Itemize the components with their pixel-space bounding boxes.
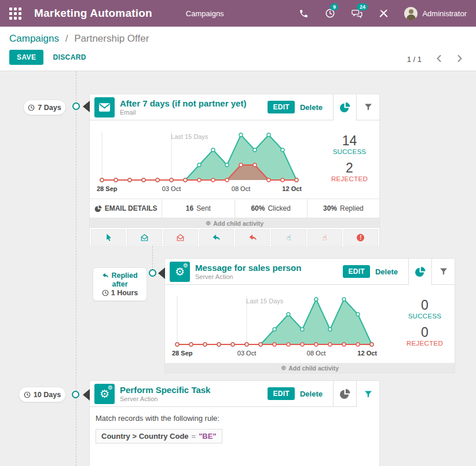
svg-text:03 Oct: 03 Oct [237, 350, 256, 357]
top-bar: Marketing Automation Campaigns 9 24 Admi… [0, 0, 476, 27]
card-pointer-arrow [83, 101, 90, 112]
replied-stat[interactable]: 30%Replied [307, 199, 379, 218]
pager-previous-button[interactable] [434, 53, 443, 65]
bounced-icon[interactable] [343, 229, 378, 245]
mouse-pointer-icon[interactable] [91, 229, 126, 245]
success-count: 14 [323, 133, 376, 148]
clock-icon [102, 289, 109, 296]
delete-button[interactable]: Delete [375, 267, 398, 276]
app-title: Marketing Automation [34, 7, 152, 20]
add-child-activity-button[interactable]: Add child activity [165, 363, 455, 373]
trigger-label: 10 Days [34, 391, 61, 399]
svg-text:Last 15 Days: Last 15 Days [246, 298, 284, 304]
trigger-badge-replied-after[interactable]: Replied after 1 Hours [93, 267, 147, 301]
menu-campaigns[interactable]: Campaigns [186, 9, 224, 18]
tab-graph[interactable] [333, 381, 356, 407]
activity-type: Server Action [195, 273, 343, 280]
activity-title[interactable]: After 7 days (if not partner yet) [120, 98, 268, 108]
tab-graph[interactable] [333, 94, 356, 120]
activity-card-specific-task: Perform Specific Task Server Action EDIT… [90, 381, 379, 466]
trigger-badge-10-days[interactable]: 10 Days [19, 387, 66, 402]
user-avatar [404, 7, 418, 20]
apps-menu-icon[interactable] [9, 8, 21, 20]
plus-circle-icon [281, 364, 286, 372]
pie-chart-icon [339, 102, 350, 113]
svg-text:12 Oct: 12 Oct [282, 185, 302, 192]
breadcrumb-campaigns[interactable]: Campaigns [9, 33, 59, 44]
success-label: SUCCESS [398, 313, 451, 320]
messages-icon[interactable]: 24 [351, 8, 363, 19]
edit-button[interactable]: EDIT [343, 265, 370, 278]
timeline-line [76, 71, 76, 466]
clicked-stat[interactable]: 60%Clicked [235, 199, 307, 218]
not-replied-icon[interactable] [235, 229, 270, 245]
user-name: Administrator [422, 9, 467, 18]
user-menu[interactable]: Administrator [404, 7, 467, 20]
trigger-badge-7-days[interactable]: 7 Days [23, 100, 66, 115]
rejected-count: 0 [398, 325, 451, 340]
email-details-header: EMAIL DETAILS [90, 199, 162, 218]
svg-text:12 Oct: 12 Oct [357, 350, 377, 357]
delete-button[interactable]: Delete [300, 390, 323, 398]
edit-button[interactable]: EDIT [268, 101, 295, 113]
activities-icon[interactable]: 9 [324, 8, 336, 19]
svg-text:28 Sep: 28 Sep [172, 350, 193, 357]
rule-value: "BE" [199, 432, 216, 441]
pie-chart-icon [415, 266, 426, 277]
tools-icon[interactable] [378, 8, 389, 19]
tab-filter[interactable] [431, 259, 455, 285]
discard-button[interactable]: DISCARD [53, 53, 86, 61]
activity-stats: 14 SUCCESS 2 REJECTED [323, 133, 379, 188]
svg-text:03 Oct: 03 Oct [162, 185, 181, 192]
phone-icon[interactable] [298, 8, 309, 19]
control-panel: Campaigns / Partnership Offer SAVE DISCA… [0, 27, 476, 71]
pager-next-button[interactable] [456, 53, 464, 65]
tab-graph[interactable] [408, 259, 431, 285]
activity-title[interactable]: Message for sales person [195, 263, 343, 273]
svg-text:Last 15 Days: Last 15 Days [171, 133, 208, 140]
rejected-count: 2 [323, 160, 376, 175]
replied-icon[interactable] [199, 229, 234, 245]
trigger-label: 7 Days [38, 104, 61, 112]
activity-type: Email [120, 109, 268, 116]
svg-text:08 Oct: 08 Oct [307, 350, 325, 357]
timeline-node [149, 269, 156, 277]
envelope-opened-icon[interactable] [127, 229, 162, 245]
svg-text:28 Sep: 28 Sep [97, 185, 118, 192]
activities-badge: 9 [330, 3, 338, 10]
pie-chart-icon [94, 205, 102, 212]
messages-badge: 24 [357, 3, 368, 10]
save-button[interactable]: SAVE [9, 50, 43, 65]
activity-stats: 0 SUCCESS 0 REJECTED [398, 298, 455, 353]
activity-title[interactable]: Perform Specific Task [120, 385, 268, 395]
tab-filter[interactable] [356, 381, 379, 407]
activity-card-server-action: Message for sales person Server Action E… [165, 259, 455, 373]
rejected-label: REJECTED [398, 340, 451, 347]
clicked-icon[interactable] [271, 229, 306, 245]
edit-button[interactable]: EDIT [268, 387, 295, 400]
envelope-not-opened-icon[interactable] [163, 229, 198, 245]
filter-icon [439, 267, 448, 276]
server-action-icon [94, 384, 115, 404]
card-pointer-arrow [83, 389, 90, 401]
child-trigger-strip [90, 228, 379, 246]
card-pointer-arrow [158, 267, 165, 279]
breadcrumb: Campaigns / Partnership Offer [9, 33, 467, 45]
delete-button[interactable]: Delete [300, 103, 323, 112]
server-action-icon [170, 262, 190, 282]
not-clicked-icon[interactable] [307, 229, 342, 245]
add-child-activity-button[interactable]: Add child activity [90, 218, 379, 228]
tab-filter[interactable] [356, 94, 379, 120]
rule-operator: = [192, 432, 196, 441]
filter-rule-intro: Match records with the following rule: [96, 414, 374, 423]
filter-rule-chip[interactable]: Country > Country Code="BE" [96, 429, 222, 443]
workflow-canvas: 7 Days After 7 days (if not partner yet)… [0, 71, 476, 466]
pie-chart-icon [339, 388, 350, 399]
activity-type: Server Action [120, 395, 268, 402]
rule-field: Country > Country Code [101, 432, 189, 441]
svg-text:08 Oct: 08 Oct [232, 185, 250, 192]
sent-stat[interactable]: 16Sent [162, 199, 235, 218]
breadcrumb-separator: / [65, 33, 68, 44]
success-count: 0 [398, 298, 451, 313]
clock-icon [28, 104, 35, 111]
